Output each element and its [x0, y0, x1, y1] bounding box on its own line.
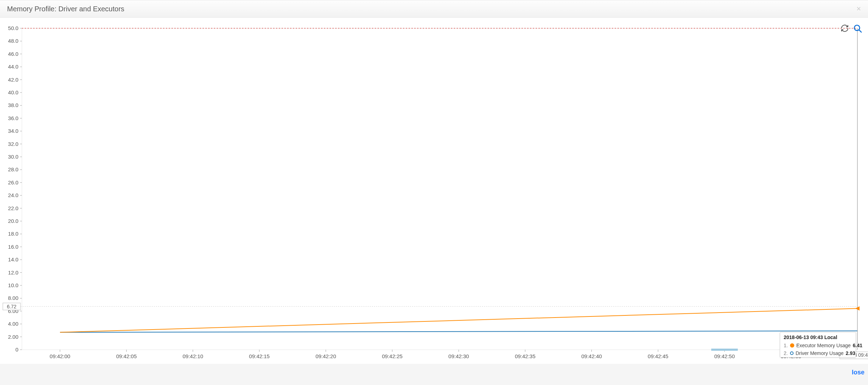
tooltip-row: 1.Executor Memory Usage6.41: [780, 342, 856, 349]
svg-text:32.0: 32.0: [8, 141, 18, 147]
svg-text:46.0: 46.0: [8, 51, 18, 57]
svg-text:16.0: 16.0: [8, 244, 18, 250]
svg-text:09:42:45: 09:42:45: [648, 353, 668, 359]
close-link[interactable]: lose: [852, 369, 864, 376]
svg-text:18.0: 18.0: [8, 231, 18, 237]
chart-area[interactable]: 02.004.006.008.0010.012.014.016.018.020.…: [0, 18, 868, 364]
memory-profile-panel: Memory Profile: Driver and Executors × 0…: [0, 0, 868, 385]
hover-tooltip: 2018-06-13 09:43 Local 1.Executor Memory…: [780, 332, 856, 357]
svg-rect-2: [22, 28, 857, 350]
svg-text:36.0: 36.0: [8, 115, 18, 121]
svg-text:42.0: 42.0: [8, 77, 18, 83]
svg-text:4.00: 4.00: [8, 321, 18, 327]
svg-text:09:42:20: 09:42:20: [315, 353, 336, 359]
svg-text:26.0: 26.0: [8, 179, 18, 185]
chart-svg: 02.004.006.008.0010.012.014.016.018.020.…: [0, 18, 868, 364]
svg-text:12.0: 12.0: [8, 270, 18, 276]
svg-point-0: [854, 25, 860, 30]
svg-text:2.00: 2.00: [8, 334, 18, 340]
svg-text:09:42:30: 09:42:30: [448, 353, 469, 359]
svg-text:10.0: 10.0: [8, 282, 18, 288]
svg-text:40.0: 40.0: [8, 89, 18, 95]
tooltip-row: 2.Driver Memory Usage2.93: [780, 349, 856, 357]
svg-text:09:42:15: 09:42:15: [249, 353, 270, 359]
svg-line-1: [859, 30, 862, 32]
svg-text:09:42:10: 09:42:10: [182, 353, 203, 359]
svg-text:34.0: 34.0: [8, 128, 18, 134]
svg-text:09:42:05: 09:42:05: [116, 353, 137, 359]
panel-title: Memory Profile: Driver and Executors: [7, 5, 124, 13]
svg-text:09:42:40: 09:42:40: [581, 353, 602, 359]
svg-text:09:42:50: 09:42:50: [714, 353, 735, 359]
svg-text:28.0: 28.0: [8, 166, 18, 172]
svg-text:6.72: 6.72: [7, 304, 16, 309]
svg-text:20.0: 20.0: [8, 218, 18, 224]
svg-text:14.0: 14.0: [8, 256, 18, 262]
svg-text:30.0: 30.0: [8, 154, 18, 160]
svg-text:09:42:00: 09:42:00: [50, 353, 70, 359]
close-icon[interactable]: ×: [856, 4, 861, 13]
refresh-icon[interactable]: [840, 24, 849, 33]
svg-text:09:42:35: 09:42:35: [515, 353, 535, 359]
panel-header: Memory Profile: Driver and Executors ×: [0, 0, 868, 18]
chart-toolbar: [840, 24, 862, 33]
svg-rect-87: [711, 349, 738, 351]
svg-text:09:42:25: 09:42:25: [382, 353, 402, 359]
svg-text:8.00: 8.00: [8, 295, 18, 301]
svg-text:44.0: 44.0: [8, 64, 18, 70]
svg-text:48.0: 48.0: [8, 38, 18, 44]
tooltip-timestamp: 2018-06-13 09:43 Local: [780, 332, 856, 342]
zoom-icon[interactable]: [853, 24, 862, 33]
svg-text:0: 0: [16, 346, 18, 353]
svg-text:22.0: 22.0: [8, 205, 18, 211]
svg-text:50.0: 50.0: [8, 25, 18, 31]
svg-text:38.0: 38.0: [8, 102, 18, 108]
panel-footer: lose: [0, 364, 868, 385]
svg-text:24.0: 24.0: [8, 192, 18, 198]
